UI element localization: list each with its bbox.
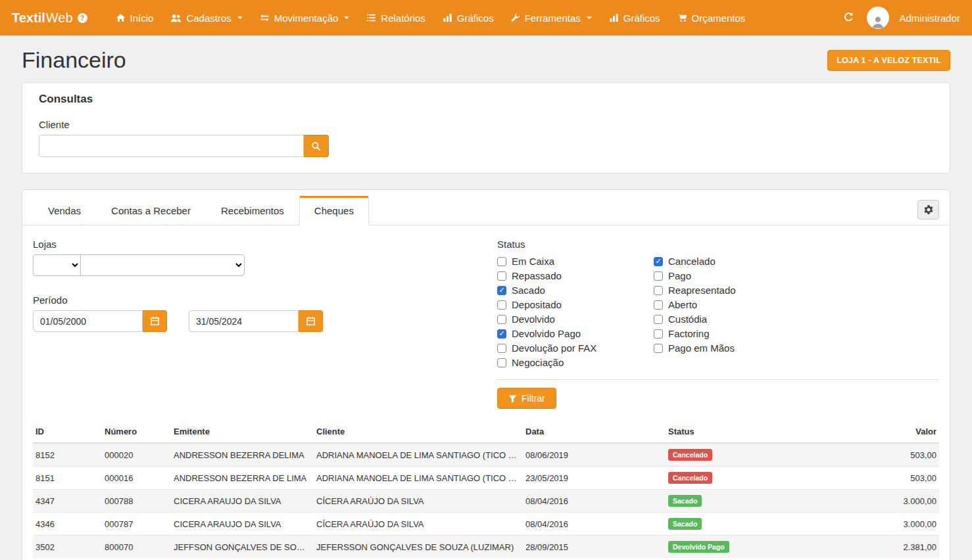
date-to-calendar-button[interactable] [299,310,323,332]
cell-status: Devolvido Pago [666,536,840,559]
column-header-cliente[interactable]: Cliente [314,421,523,443]
status-checkbox-sacado[interactable]: ✓Sacado [497,285,654,295]
tab-cheques[interactable]: Cheques [299,196,369,225]
lojas-label: Lojas [33,239,497,250]
date-from-calendar-button[interactable] [143,310,167,332]
table-row[interactable]: 4346000787CICERA ARAUJO DA SILVACÍCERA A… [33,513,939,536]
column-header-id[interactable]: ID [33,421,102,443]
tabs: VendasContas a ReceberRecebimentosCheque… [33,196,369,225]
status-checkbox-custodia[interactable]: Custódia [654,314,939,324]
status-checkbox-devolvido-pago[interactable]: ✓Devolvido Pago [497,329,654,338]
nav-item-inicio[interactable]: Início [107,0,162,35]
column-header-valor[interactable]: Valor [840,421,939,443]
nav-item-movimentacao[interactable]: Movimentação [251,0,358,35]
status-badge: Devolvido Pago [668,541,729,553]
tab-contas-a-receber[interactable]: Contas a Receber [96,196,206,225]
status-option-label: Aberto [668,299,697,310]
nav-item-orcamentos[interactable]: Orçamentos [669,0,754,35]
status-checkbox-devolucao-por-fax[interactable]: Devolução por FAX [497,343,654,353]
table-row[interactable]: 3502800070JEFFSON GONÇALVES DE SOUZAJEFE… [33,536,939,559]
cliente-search-button[interactable] [304,135,329,157]
brand-logo[interactable]: TextilWeb ? [12,11,87,26]
periodo-label: Período [33,294,497,306]
date-to-input[interactable] [189,310,299,332]
checkbox-icon[interactable] [497,358,506,367]
tab-bar: VendasContas a ReceberRecebimentosCheque… [22,190,950,225]
status-checkbox-aberto[interactable]: Aberto [654,300,939,310]
column-header-numero[interactable]: Número [102,421,171,443]
column-header-emitente[interactable]: Emitente [171,421,314,443]
status-checkbox-factoring[interactable]: Factoring [654,329,939,338]
nav-item-cadastros[interactable]: Cadastros [162,0,251,35]
top-navbar: TextilWeb ? InícioCadastrosMovimentaçãoR… [0,0,972,35]
loja-name-select[interactable] [80,254,245,276]
checkbox-icon[interactable] [654,315,663,324]
table-header-row: IDNúmeroEmitenteClienteDataStatusValor [33,421,939,443]
tab-vendas[interactable]: Vendas [33,196,96,225]
nav-item-ferramentas[interactable]: Ferramentas [502,0,600,35]
checkbox-icon[interactable]: ✓ [654,257,663,266]
table-row[interactable]: 8151000016ANDRESSON BEZERRA DE LIMAADRIA… [33,467,939,490]
checkbox-icon[interactable]: ✓ [497,329,506,338]
checkbox-icon[interactable]: ✓ [497,286,506,295]
table-body: 8152000020ANDRESSON BEZERRA DELIMAADRIAN… [33,443,939,558]
status-checkbox-depositado[interactable]: Depositado [497,300,654,310]
status-checkbox-cancelado[interactable]: ✓Cancelado [654,256,939,266]
date-from-input[interactable] [33,310,143,332]
status-option-label: Negociação [512,357,564,368]
checkbox-icon[interactable] [497,344,506,353]
caret-down-icon [587,16,592,19]
checkbox-icon[interactable] [497,300,506,310]
user-avatar[interactable] [867,7,889,29]
column-header-data[interactable]: Data [523,421,666,443]
cell-emitente: ANDRESSON BEZERRA DELIMA [171,443,314,467]
table-row[interactable]: 8152000020ANDRESSON BEZERRA DELIMAADRIAN… [33,443,939,467]
status-option-label: Sacado [512,285,545,296]
checkbox-icon[interactable] [497,271,506,281]
filtrar-button[interactable]: Filtrar [497,388,556,409]
loja-code-select[interactable] [33,254,81,276]
cell-status: Sacado [666,490,840,513]
periodo-group: Período [33,294,497,332]
status-checkbox-repassado[interactable]: Repassado [497,271,654,281]
cell-emitente: CICERA ARAUJO DA SILVA [171,490,314,513]
cliente-input[interactable] [39,135,304,157]
brand-part2: Web [46,11,73,26]
checkbox-icon[interactable] [654,271,663,281]
status-badge: Cancelado [668,449,712,461]
store-selector-button[interactable]: LOJA 1 - A VELOZ TEXTIL [827,50,950,71]
status-checkbox-em-caixa[interactable]: Em Caixa [497,256,654,266]
checkbox-icon[interactable] [654,300,663,310]
wrench-icon [511,13,520,22]
nav-item-relatorios[interactable]: Relatórios [358,0,434,35]
status-option-label: Devolvido Pago [512,328,581,339]
help-icon[interactable]: ? [78,13,87,23]
checkbox-icon[interactable] [497,257,506,266]
status-checkbox-negociacao[interactable]: Negociação [497,358,654,367]
cheques-table: IDNúmeroEmitenteClienteDataStatusValor 8… [33,421,939,558]
table-row[interactable]: 4347000788CICERA ARAUJO DA SILVACÍCERA A… [33,490,939,513]
status-checkbox-pago-em-maos[interactable]: Pago em Mãos [654,343,939,353]
checkbox-icon[interactable] [654,286,663,295]
column-header-status[interactable]: Status [666,421,840,443]
status-checkbox-pago[interactable]: Pago [654,271,939,281]
user-name[interactable]: Administrador [899,12,960,24]
tab-recebimentos[interactable]: Recebimentos [206,196,299,225]
cell-cliente: CÍCERA ARAÚJO DA SILVA [314,513,523,536]
checkbox-icon[interactable] [654,344,663,353]
status-option-label: Pago [668,270,691,281]
settings-button[interactable] [917,200,939,220]
checkbox-icon[interactable] [654,329,663,338]
status-checkbox-reapresentado[interactable]: Reapresentado [654,285,939,295]
status-checkbox-devolvido[interactable]: Devolvido [497,314,654,324]
caret-down-icon [237,16,243,19]
nav-item-graficos[interactable]: Gráficos [434,0,502,35]
nav-item-graficos-2[interactable]: Gráficos [600,0,669,35]
status-checkbox-grid: Em CaixaRepassado✓SacadoDepositadoDevolv… [497,256,939,367]
lojas-selects [33,254,497,276]
nav-item-label: Orçamentos [692,12,746,24]
cell-data: 08/04/2016 [523,490,666,513]
nav-item-label: Gráficos [457,12,494,24]
checkbox-icon[interactable] [497,315,506,324]
refresh-button[interactable] [840,9,857,27]
